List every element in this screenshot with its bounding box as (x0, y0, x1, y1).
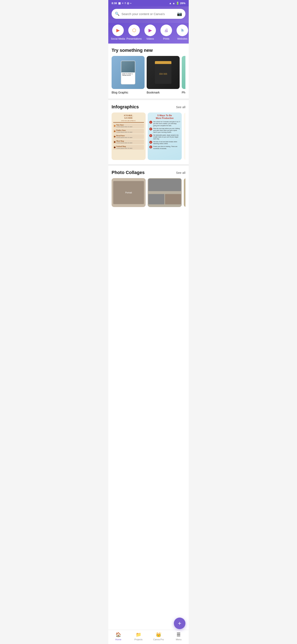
infographics-list: store.guideINFOGRAPHIC Nuts Store Lorem … (112, 112, 185, 162)
search-input[interactable] (121, 12, 175, 16)
canva-pro-icon: 👑 (156, 632, 161, 638)
nav-item-canva-pro[interactable]: 👑 Canva Pro (152, 632, 165, 641)
try-item-blog-graphic[interactable]: HOW TO START A TRAVEL BLOG Blog Graphic (112, 56, 145, 94)
nav-label-home: Home (115, 638, 121, 641)
status-right: ▲ ▲ 🔋 26% (169, 2, 185, 5)
store-guide-title: store.guideINFOGRAPHIC (113, 114, 144, 122)
try-scroll[interactable]: HOW TO START A TRAVEL BLOG Blog Graphic … (112, 56, 185, 96)
search-icon: 🔍 (115, 12, 119, 16)
try-img-bookmark: Shh hhh (147, 56, 180, 89)
collages-section: Photo Collages See all Portrait (108, 166, 189, 211)
separator-2 (108, 164, 189, 166)
collages-scroll[interactable]: Portrait (112, 178, 185, 209)
store-row-meat: Meat Shop Lorem ipsum dolor sit amet (113, 140, 144, 144)
store-row-poultry: Poultry Store Lorem ipsum dolor sit amet (113, 129, 144, 134)
search-bar[interactable]: 🔍 📷 (112, 9, 185, 19)
collage-card-1[interactable]: Portrait (112, 178, 146, 207)
category-label-social-media: Social Media (111, 37, 125, 40)
category-item-videos[interactable]: ▶ Videos (143, 24, 157, 40)
wifi-icon: ▲ (169, 2, 172, 5)
productivity-title: 5 Ways To BeMore Productive (149, 114, 180, 120)
productivity-step-4: 4 Get lots of rest and take breaks when … (149, 141, 180, 144)
bookmark-preview: Shh hhh (155, 61, 171, 84)
infographics-see-all[interactable]: See all (176, 105, 185, 109)
collage-card-3[interactable] (184, 178, 185, 207)
try-item-phone-wallpaper[interactable]: 🍋 Phone Wallpaper (182, 56, 185, 94)
videos-icon: ▶ (144, 24, 156, 36)
status-time: 8:38 (112, 2, 117, 5)
category-item-websites[interactable]: 🖱 Websites (175, 24, 189, 40)
fab-icon: + (178, 620, 181, 627)
nav-item-projects[interactable]: 📁 Projects (132, 632, 145, 641)
money-visual: How toGet Extra Moneyas College Student … (184, 112, 185, 160)
productivity-step-3: 3 Set attainable goals, larger projects … (149, 134, 180, 140)
infographic-card-extra-money[interactable]: How toGet Extra Moneyas College Student … (184, 112, 185, 160)
clipboard-icon: ≡ (122, 2, 124, 5)
infographics-header: Infographics See all (112, 104, 185, 110)
blog-preview: HOW TO START A TRAVEL BLOG (121, 61, 135, 84)
dot-icon: • (130, 2, 131, 5)
infographics-scroll[interactable]: store.guideINFOGRAPHIC Nuts Store Lorem … (112, 112, 185, 162)
status-bar: 8:38 ▦ ≡ f ◎ • ▲ ▲ 🔋 26% (108, 0, 189, 6)
search-header: 🔍 📷 (108, 6, 189, 23)
store-row-seafood: Seafood Shop Lorem ipsum dolor sit amet (113, 145, 144, 150)
infographic-card-store-guide[interactable]: store.guideINFOGRAPHIC Nuts Store Lorem … (112, 112, 146, 160)
productivity-visual: 5 Ways To BeMore Productive 1 Set a time… (148, 112, 182, 160)
store-row-bread: Bread Store Lorem ipsum dolor sit amet (113, 134, 144, 139)
projects-icon: 📁 (136, 632, 141, 638)
collages-list: Portrait (112, 178, 185, 209)
notification-icon: ▦ (118, 2, 121, 5)
category-list: ▶ Social Media ⬡ Presentations ▶ Videos … (108, 24, 189, 40)
create-fab[interactable]: + (174, 618, 185, 629)
try-img-phone-wallpaper: 🍋 (182, 56, 185, 89)
productivity-step-5: 5 Power your time in training. There are… (149, 146, 180, 149)
prints-icon: 🖨 (160, 24, 172, 36)
store-row-nuts: Nuts Store Lorem ipsum dolor sit amet (113, 124, 144, 128)
try-label-phone-wallpaper: Phone Wallpaper (182, 91, 185, 94)
battery-icon: 🔋 (176, 2, 179, 5)
collage-2-visual (148, 178, 182, 207)
collages-see-all[interactable]: See all (176, 171, 185, 174)
camera-icon[interactable]: 📷 (177, 11, 182, 16)
try-img-blog-graphic: HOW TO START A TRAVEL BLOG (112, 56, 145, 89)
websites-icon: 🖱 (177, 24, 188, 36)
nav-item-menu[interactable]: ☰ Menu (172, 632, 185, 641)
collages-header: Photo Collages See all (112, 170, 185, 175)
try-section: Try something new HOW TO START A TRAVEL … (108, 44, 189, 98)
instagram-icon: ◎ (127, 2, 129, 5)
signal-icon: ▲ (172, 2, 175, 5)
infographic-card-productive[interactable]: 5 Ways To BeMore Productive 1 Set a time… (148, 112, 182, 160)
category-label-websites: Websites (177, 37, 187, 40)
category-label-presentations: Presentations (126, 37, 141, 40)
separator-1 (108, 98, 189, 100)
facebook-icon: f (125, 2, 126, 5)
collages-title: Photo Collages (112, 170, 145, 175)
home-icon: 🏠 (115, 632, 121, 638)
productivity-step-1: 1 Set a timer for 5 minutes and plan it … (149, 121, 180, 126)
category-nav: ▶ Social Media ⬡ Presentations ▶ Videos … (108, 23, 189, 44)
infographics-title: Infographics (112, 104, 139, 110)
menu-icon: ☰ (177, 632, 181, 638)
category-label-prints: Prints (163, 37, 170, 40)
nav-item-home[interactable]: 🏠 Home (112, 632, 125, 641)
nav-label-canva-pro: Canva Pro (153, 638, 164, 641)
category-label-videos: Videos (146, 37, 154, 40)
category-item-social-media[interactable]: ▶ Social Media (111, 24, 125, 40)
social-media-icon: ▶ (112, 24, 124, 36)
presentations-icon: ⬡ (128, 24, 140, 36)
category-item-presentations[interactable]: ⬡ Presentations (127, 24, 141, 40)
category-item-prints[interactable]: 🖨 Prints (159, 24, 173, 40)
try-list: HOW TO START A TRAVEL BLOG Blog Graphic … (112, 56, 185, 96)
try-item-bookmark[interactable]: Shh hhh Bookmark (147, 56, 180, 94)
productivity-step-2: 2 Plan the next day before you end. Writ… (149, 128, 180, 133)
nav-label-menu: Menu (176, 638, 182, 641)
bottom-nav: 🏠 Home 📁 Projects 👑 Canva Pro ☰ Menu (108, 630, 189, 644)
nav-label-projects: Projects (134, 638, 143, 641)
infographics-section: Infographics See all store.guideINFOGRAP… (108, 100, 189, 164)
collage-card-2[interactable] (148, 178, 182, 207)
try-section-header: Try something new (112, 48, 185, 53)
try-section-title: Try something new (112, 48, 153, 53)
try-label-bookmark: Bookmark (147, 91, 160, 94)
store-guide-visual: store.guideINFOGRAPHIC Nuts Store Lorem … (112, 112, 146, 160)
collage-1-visual: Portrait (112, 178, 146, 207)
